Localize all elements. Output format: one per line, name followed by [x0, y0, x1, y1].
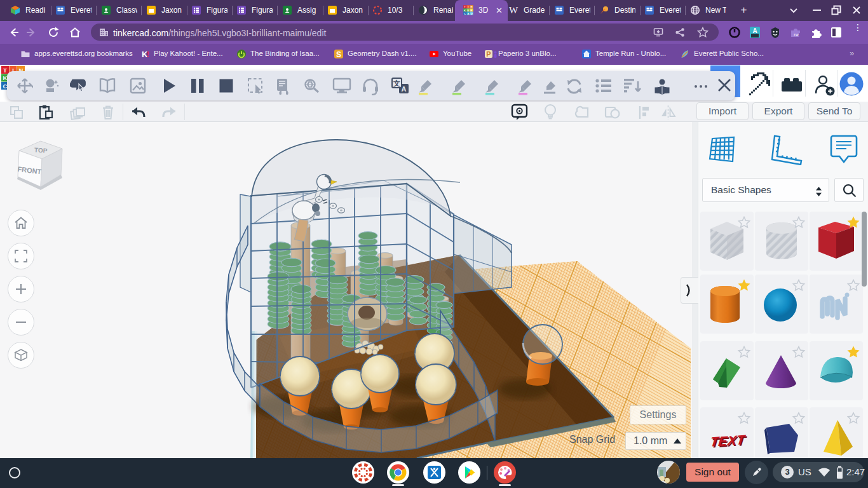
svg-text:TEXT: TEXT	[709, 432, 747, 449]
svg-text:!: !	[147, 50, 149, 59]
svg-text:A: A	[752, 27, 757, 34]
svg-text:P: P	[486, 50, 491, 58]
svg-text:S: S	[336, 50, 341, 59]
svg-text:文: 文	[393, 79, 400, 87]
svg-text:rw: rw	[794, 32, 799, 37]
svg-text:D: D	[471, 12, 473, 15]
svg-text:TOP: TOP	[34, 146, 48, 154]
svg-text:T: T	[3, 67, 7, 74]
svg-text:W: W	[509, 5, 519, 15]
